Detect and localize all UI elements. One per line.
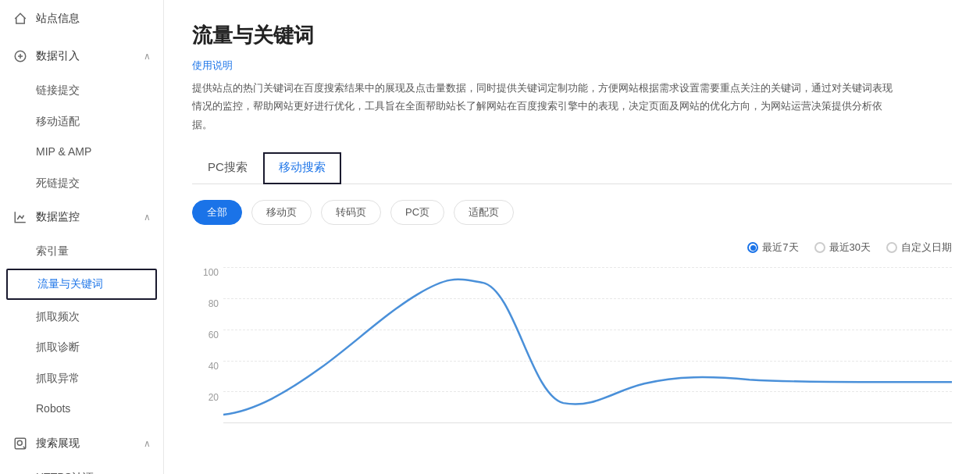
chart-line bbox=[223, 280, 952, 415]
sidebar-item-link-submit[interactable]: 链接提交 bbox=[0, 75, 163, 106]
chevron-up-icon: ∧ bbox=[144, 438, 151, 449]
sidebar-item-data-monitor[interactable]: 数据监控 ∧ bbox=[0, 198, 163, 236]
chevron-up-icon: ∧ bbox=[144, 51, 151, 62]
y-label-40: 40 bbox=[208, 361, 219, 372]
chart-container: 100 80 60 40 20 bbox=[192, 267, 952, 423]
filter-all[interactable]: 全部 bbox=[192, 200, 242, 225]
main-content: 流量与关键词 使用说明 提供站点的热门关键词在百度搜索结果中的展现及点击量数据，… bbox=[164, 0, 980, 474]
filter-pc-page[interactable]: PC页 bbox=[390, 200, 444, 225]
filter-transcoded-page[interactable]: 转码页 bbox=[321, 200, 381, 225]
date-range: 最近7天 最近30天 自定义日期 bbox=[192, 241, 952, 255]
page-title: 流量与关键词 bbox=[192, 22, 952, 49]
sidebar-item-search-display[interactable]: 搜索展现 ∧ bbox=[0, 425, 163, 462]
date-last7days-label: 最近7天 bbox=[762, 241, 798, 255]
filter-mobile-page[interactable]: 移动页 bbox=[251, 200, 312, 225]
usage-label[interactable]: 使用说明 bbox=[192, 59, 952, 73]
sidebar-item-index-volume[interactable]: 索引量 bbox=[0, 236, 163, 267]
sidebar-item-robots[interactable]: Robots bbox=[0, 394, 163, 425]
svg-point-2 bbox=[17, 440, 22, 445]
sidebar-item-crawl-frequency[interactable]: 抓取频次 bbox=[0, 301, 163, 333]
y-label-20: 20 bbox=[208, 392, 219, 403]
sidebar: 站点信息 数据引入 ∧ 链接提交 移动适配 MIP & AMP 死链提交 数据监… bbox=[0, 0, 164, 474]
tab-pc-search[interactable]: PC搜索 bbox=[192, 152, 263, 184]
filter-bar: 全部 移动页 转码页 PC页 适配页 bbox=[192, 200, 952, 225]
y-label-100: 100 bbox=[203, 267, 219, 278]
sidebar-section-label: 数据监控 bbox=[36, 210, 80, 224]
filter-adapted-page[interactable]: 适配页 bbox=[454, 200, 514, 225]
import-icon bbox=[12, 48, 28, 64]
home-icon bbox=[12, 11, 28, 27]
monitor-icon bbox=[12, 209, 28, 225]
description: 提供站点的热门关键词在百度搜索结果中的展现及点击量数据，同时提供关键词定制功能，… bbox=[192, 79, 895, 134]
radio-last30days bbox=[814, 242, 825, 253]
sidebar-item-mobile-adapt[interactable]: 移动适配 bbox=[0, 106, 163, 137]
sidebar-item-https-cert[interactable]: HTTPS认证 bbox=[0, 462, 163, 474]
sidebar-item-site-info[interactable]: 站点信息 bbox=[0, 0, 163, 37]
sidebar-item-mip-amp[interactable]: MIP & AMP bbox=[0, 137, 163, 168]
chevron-up-icon: ∧ bbox=[144, 212, 151, 223]
y-label-60: 60 bbox=[208, 330, 219, 340]
sidebar-section-label: 搜索展现 bbox=[36, 437, 80, 451]
sidebar-item-crawl-anomaly[interactable]: 抓取异常 bbox=[0, 363, 163, 394]
sidebar-item-traffic-keywords[interactable]: 流量与关键词 bbox=[6, 269, 157, 300]
tab-bar: PC搜索 移动搜索 bbox=[192, 152, 952, 184]
radio-custom bbox=[886, 242, 897, 253]
chart-inner bbox=[223, 267, 952, 423]
tab-mobile-search[interactable]: 移动搜索 bbox=[263, 152, 341, 184]
y-label-80: 80 bbox=[208, 298, 219, 309]
date-last30days-label: 最近30天 bbox=[829, 241, 871, 255]
search-display-icon bbox=[12, 436, 28, 451]
date-last7days[interactable]: 最近7天 bbox=[747, 241, 798, 255]
sidebar-item-dead-links[interactable]: 死链提交 bbox=[0, 168, 163, 199]
radio-last7days bbox=[747, 242, 758, 253]
date-custom-label: 自定义日期 bbox=[901, 241, 952, 255]
chart-svg bbox=[223, 267, 952, 422]
sidebar-section-label: 站点信息 bbox=[36, 12, 80, 26]
sidebar-item-crawl-diagnosis[interactable]: 抓取诊断 bbox=[0, 332, 163, 363]
date-custom[interactable]: 自定义日期 bbox=[886, 241, 952, 255]
sidebar-item-data-import[interactable]: 数据引入 ∧ bbox=[0, 37, 163, 75]
y-axis: 100 80 60 40 20 bbox=[192, 267, 223, 423]
sidebar-section-label: 数据引入 bbox=[36, 49, 80, 63]
date-last30days[interactable]: 最近30天 bbox=[814, 241, 871, 255]
